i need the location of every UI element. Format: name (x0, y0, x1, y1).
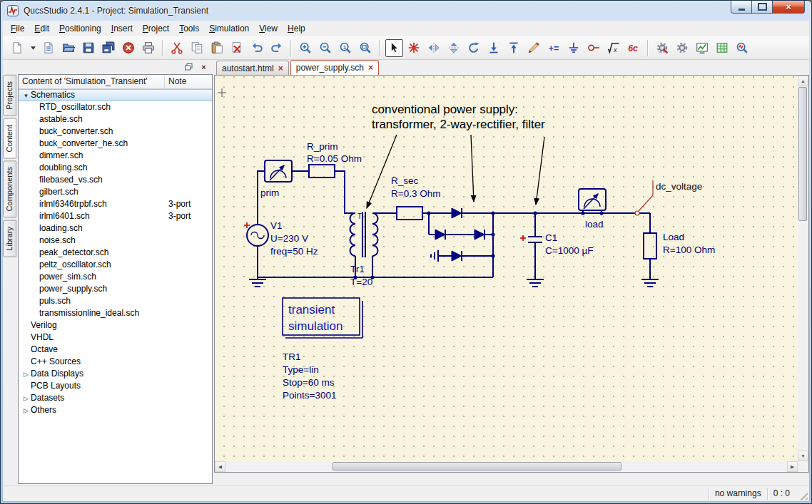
zoom-1-1-button[interactable]: 1 (337, 39, 355, 57)
insert-wire-label-button[interactable] (485, 39, 503, 57)
doc-tab-autostart-html[interactable]: autostart.html× (216, 61, 289, 75)
voltage-source-v1[interactable]: V1 U=230 V freq=50 Hz (244, 220, 318, 257)
node-label-dc-voltage[interactable]: dc_voltage (635, 180, 702, 215)
resize-grip[interactable] (798, 490, 808, 500)
zoom-in-button[interactable] (297, 39, 315, 57)
titlebar[interactable]: QucsStudio 2.4.1 - Project: Simulation_T… (1, 1, 811, 21)
tree-item-buck-converter-sch[interactable]: buck_converter.sch (19, 125, 212, 138)
tree-item-vhdl[interactable]: VHDL (19, 331, 212, 344)
tree-item-peltz-oscillator-sch[interactable]: peltz_oscillator.sch (19, 259, 212, 271)
mirror-y-button[interactable] (425, 39, 443, 57)
tree-header-note[interactable]: Note (165, 75, 212, 88)
redo-button[interactable] (268, 39, 286, 57)
tr-parameters-text[interactable]: TR1 Type=lin Stop=60 ms Points=3001 (283, 351, 336, 401)
insert-equation-button[interactable]: += (545, 39, 563, 57)
collapse-arrow-icon[interactable]: ▾ (21, 91, 31, 101)
tab-close-icon[interactable]: × (278, 65, 283, 72)
doc-tab-power-supply-sch[interactable]: power_supply.sch× (290, 60, 379, 75)
mirror-x-button[interactable] (445, 39, 463, 57)
menu-file[interactable]: File (6, 21, 29, 36)
new-file-button[interactable] (9, 39, 26, 57)
print-button[interactable] (140, 39, 158, 57)
insert-arrow-button[interactable] (505, 39, 523, 57)
minimize-button[interactable] (731, 1, 752, 14)
new-file-dropdown[interactable] (29, 39, 38, 57)
resistor-r-prim[interactable]: R_prim R=0.05 Ohm (307, 141, 362, 178)
tree-item-octave[interactable]: Octave (19, 344, 212, 356)
vtab-library[interactable]: Library (3, 220, 16, 257)
show-dataset-button[interactable] (714, 39, 731, 57)
tree-item-c-sources[interactable]: C++ Sources (19, 356, 212, 368)
select-button[interactable] (385, 39, 403, 57)
tree-item-schematics[interactable]: ▾Schematics (19, 89, 212, 101)
tree-item-loading-sch[interactable]: loading.sch (19, 222, 212, 235)
tree-item-others[interactable]: ▷Others (19, 404, 212, 416)
optimize-button[interactable] (734, 39, 751, 57)
tree-item-transmissionline-ideal-sch[interactable]: transmissionline_ideal.sch (19, 307, 212, 319)
simulation-box[interactable]: transient simulation (283, 298, 362, 338)
tree-item-astable-sch[interactable]: astable.sch (19, 113, 212, 125)
expand-arrow-icon[interactable]: ▷ (21, 405, 31, 416)
tree-item-pcb-layouts[interactable]: PCB Layouts (19, 380, 212, 392)
tree-item-verilog[interactable]: Verilog (19, 319, 212, 331)
simulation-settings-button[interactable] (674, 39, 691, 57)
attenuator-button[interactable]: 6c (625, 39, 643, 57)
vertical-scrollbar[interactable]: ▲ ▼ (798, 76, 808, 461)
expand-arrow-icon[interactable]: ▷ (21, 393, 31, 404)
vtab-components[interactable]: Components (3, 160, 16, 217)
paste-button[interactable] (208, 39, 226, 57)
save-all-button[interactable] (100, 39, 118, 57)
capacitor-c1[interactable]: C1 C=1000 µF (520, 232, 593, 256)
close-document-button[interactable] (120, 39, 138, 57)
horizontal-scrollbar[interactable]: ◀ ▶ (215, 461, 798, 472)
resistor-load[interactable]: Load R=100 Ohm (644, 232, 715, 259)
menu-simulation[interactable]: Simulation (204, 21, 254, 36)
menu-view[interactable]: View (254, 21, 283, 36)
tree-item-puls-sch[interactable]: puls.sch (19, 295, 212, 307)
close-panel-button[interactable]: × (198, 62, 210, 73)
insert-ground-button[interactable] (565, 39, 583, 57)
tree-item-noise-sch[interactable]: noise.sch (19, 235, 212, 247)
menu-edit[interactable]: Edit (29, 21, 54, 36)
horizontal-scroll-thumb[interactable] (333, 462, 621, 470)
tree-item-peak-detector-sch[interactable]: peak_detector.sch (19, 247, 212, 259)
float-panel-button[interactable] (183, 62, 195, 73)
tree-item-datasets[interactable]: ▷Datasets (19, 392, 212, 404)
tree-item-doubling-sch[interactable]: doubling.sch (19, 162, 212, 174)
new-text-button[interactable] (40, 39, 58, 57)
scroll-up-button[interactable]: ▲ (798, 76, 808, 86)
menu-help[interactable]: Help (283, 21, 310, 36)
close-button[interactable]: × (772, 1, 805, 14)
vtab-projects[interactable]: Projects (3, 75, 16, 116)
menu-positioning[interactable]: Positioning (54, 21, 106, 36)
insert-port-button[interactable] (585, 39, 603, 57)
maximize-button[interactable] (752, 1, 772, 14)
tree-item-gilbert-sch[interactable]: gilbert.sch (19, 186, 212, 198)
menu-insert[interactable]: Insert (106, 21, 138, 36)
tree-item-buck-converter-he-sch[interactable]: buck_converter_he.sch (19, 138, 212, 150)
tree-item-irlml6401-sch[interactable]: irlml6401.sch3-port (19, 210, 212, 222)
tab-close-icon[interactable]: × (368, 64, 373, 71)
simulate-button[interactable] (654, 39, 671, 57)
vtab-content[interactable]: Content (3, 118, 16, 159)
formula-button[interactable]: x (605, 39, 623, 57)
tree-header-content[interactable]: Content of 'Simulation_Transient' (19, 75, 165, 88)
meter-load[interactable]: load (579, 189, 606, 230)
tree-item-power-supply-sch[interactable]: power_supply.sch (19, 283, 212, 295)
menu-tools[interactable]: Tools (174, 21, 204, 36)
tree-item-filebased-vs-sch[interactable]: filebased_vs.sch (19, 174, 212, 186)
undo-button[interactable] (248, 39, 266, 57)
tree-item-rtd-oscillator-sch[interactable]: RTD_oscillator.sch (19, 101, 212, 113)
tree-item-data-displays[interactable]: ▷Data Displays (19, 368, 212, 380)
insert-text-button[interactable] (525, 39, 543, 57)
scroll-right-button[interactable]: ▶ (787, 461, 798, 472)
cut-button[interactable] (168, 39, 186, 57)
move-text-button[interactable] (405, 39, 423, 57)
menu-project[interactable]: Project (138, 21, 174, 36)
rotate-button[interactable] (465, 39, 483, 57)
scroll-left-button[interactable]: ◀ (215, 461, 225, 472)
tree-item-irlml6346trpbf-sch[interactable]: irlml6346trpbf.sch3-port (19, 198, 212, 210)
view-data-display-button[interactable] (694, 39, 711, 57)
zoom-out-button[interactable] (317, 39, 335, 57)
scroll-down-button[interactable]: ▼ (798, 451, 808, 461)
